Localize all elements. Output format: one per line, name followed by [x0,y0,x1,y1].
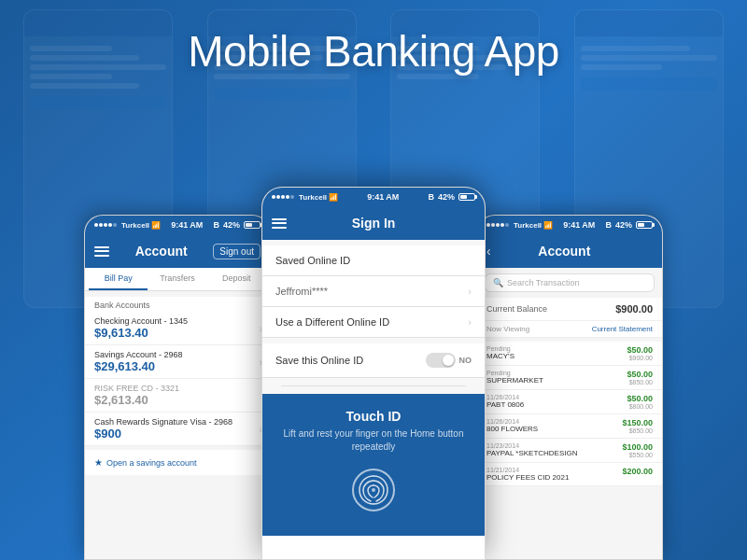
save-id-row: Save this Online ID NO [262,343,485,378]
wifi-icon-right: 📶 [543,221,553,230]
tab-deposit[interactable]: Deposit [207,268,266,290]
tx-balance-2: $800.00 [627,403,653,410]
bluetooth-middle: B [428,192,434,202]
navbar-left: Account Sign out [85,234,270,268]
search-bar[interactable]: 🔍 Search Transaction [485,273,655,292]
tab-billpay[interactable]: Bill Pay [89,268,148,290]
signout-button[interactable]: Sign out [213,244,261,259]
tx-name-5: POLICY FEES CID 2021 [486,473,622,482]
status-bar-left: Turkcell 📶 9:41 AM B 42% [85,216,270,234]
tx-item-3[interactable]: 11/26/2014 800 FLOWERS $150.00 $650.00 [477,414,662,439]
visa-balance: $900 [94,427,261,441]
tx-item-4[interactable]: 11/23/2014 PAYPAL *SKETCHDESIGN $100.00 … [477,439,662,463]
tx-status-0: Pending [486,345,627,352]
save-id-toggle[interactable]: NO [426,353,472,368]
battery-pct-right: 42% [615,220,632,230]
savings-cta-text: Open a savings account [106,458,197,468]
tab-transfers[interactable]: Transfers [148,268,206,290]
toggle-thumb [443,355,454,366]
saved-id-label: Saved Online ID [275,255,350,266]
hamburger-left[interactable] [94,246,109,257]
saved-id-row: Saved Online ID [262,245,485,276]
saved-id-value: Jeffromi**** [275,286,328,297]
battery-pct-left: 42% [223,220,240,230]
tx-amount-4: $100.00 [622,442,653,452]
back-arrow-right[interactable]: ‹ [486,244,491,259]
touchid-subtitle: Lift and rest your finger on the Home bu… [275,427,472,454]
chevron-different-id: › [468,316,472,328]
tx-status-4: 11/23/2014 [486,442,622,449]
toggle-no-label: NO [459,356,472,365]
time-left: 9:41 AM [171,220,203,230]
tx-amount-2: $50.00 [627,394,653,403]
tx-balance-1: $850.00 [627,379,653,385]
tx-name-4: PAYPAL *SKETCHDESIGN [486,449,622,457]
balance-row: Current Balance $900.00 [477,298,662,321]
touchid-title: Touch ID [275,409,472,424]
tx-item-1[interactable]: Pending SUPERMARKET $50.00 $850.00 [477,366,662,390]
phones-container: Turkcell 📶 9:41 AM B 42% Account Sign ou… [0,187,747,560]
phone-left: Turkcell 📶 9:41 AM B 42% Account Sign ou… [84,215,271,560]
account-checking[interactable]: Checking Account - 1345 $9,613.40 › [85,312,270,345]
search-icon: 🔍 [493,278,503,287]
tx-item-0[interactable]: Pending MACY'S $50.00 $900.00 [477,342,662,366]
tx-amount-0: $50.00 [627,345,653,355]
navbar-middle: Sign In [262,206,485,240]
tx-name-3: 800 FLOWERS [486,425,622,433]
phone-middle: Turkcell 📶 9:41 AM B 42% Sign In [261,187,486,560]
tx-item-5[interactable]: 11/21/2014 POLICY FEES CID 2021 $200.00 [477,463,662,486]
navbar-title-left: Account [135,244,188,259]
tx-item-2[interactable]: 11/26/2014 PABT 0806 $50.00 $800.00 [477,390,662,414]
battery-middle [458,193,475,201]
checking-name: Checking Account - 1345 [94,316,261,326]
tx-balance-4: $550.00 [622,452,653,458]
chevron-saved-id: › [468,286,472,297]
different-id-row[interactable]: Use a Different Online ID › [262,307,485,338]
svg-point-1 [372,488,375,492]
cd-balance: $2,613.40 [94,393,261,407]
balance-label: Current Balance [486,304,547,314]
search-placeholder: Search Transaction [507,278,580,287]
tx-balance-3: $650.00 [622,427,653,434]
checking-balance: $9,613.40 [94,326,261,340]
hamburger-middle[interactable] [272,218,287,229]
tx-status-5: 11/21/2014 [486,467,622,473]
fingerprint-icon [350,467,397,513]
time-middle: 9:41 AM [367,192,399,202]
viewing-value: Current Statement [592,325,653,333]
savings-cta[interactable]: ★ Open a savings account [85,450,270,475]
bluetooth-left: B [213,220,219,230]
save-id-label: Save this Online ID [275,355,363,366]
wifi-icon-left: 📶 [151,221,161,230]
account-visa[interactable]: Cash Rewards Signature Visa - 2968 $900 … [85,413,270,446]
star-icon: ★ [94,457,103,468]
time-right: 9:41 AM [563,220,595,230]
savings-balance: $29,613.40 [94,359,261,373]
balance-amount: $900.00 [615,303,653,315]
navbar-title-right: Account [538,244,590,259]
app-title: Mobile Banking App [0,26,747,77]
tx-status-2: 11/26/2014 [486,394,627,400]
tx-name-0: MACY'S [486,352,627,360]
touchid-section: Touch ID Lift and rest your finger on th… [262,394,485,536]
saved-id-value-row[interactable]: Jeffromi**** › [262,276,485,307]
phone-right: Turkcell 📶 9:41 AM B 42% ‹ Account 🔍 Sea… [476,215,663,560]
battery-pct-middle: 42% [438,192,455,202]
cd-name: RISK FREE CD - 3321 [94,384,261,393]
account-cd[interactable]: RISK FREE CD - 3321 $2,613.40 [85,379,270,413]
tx-amount-1: $50.00 [627,370,653,379]
battery-left [244,221,261,229]
carrier-left: Turkcell [121,221,149,230]
tx-name-2: PABT 0806 [486,400,627,409]
status-bar-middle: Turkcell 📶 9:41 AM B 42% [262,188,485,206]
viewing-label: Now Viewing [486,325,529,333]
account-savings[interactable]: Savings Account - 2968 $29,613.40 › [85,345,270,379]
navbar-title-middle: Sign In [352,216,396,231]
bluetooth-right: B [605,220,612,230]
main-title: Mobile Banking App [0,26,747,77]
visa-name: Cash Rewards Signature Visa - 2968 [94,417,261,427]
status-bar-right: Turkcell 📶 9:41 AM B 42% [477,216,662,234]
carrier-middle: Turkcell [299,193,327,202]
viewing-row: Now Viewing Current Statement [477,321,662,338]
navbar-right: ‹ Account [477,234,662,268]
